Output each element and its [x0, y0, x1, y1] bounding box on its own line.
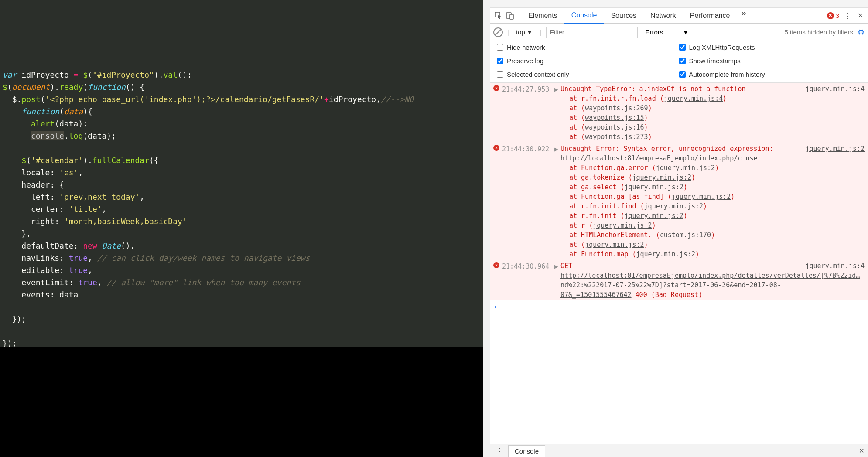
console-log-area[interactable]: ✕21:44:27.953▶Uncaught TypeError: a.inde… — [490, 83, 868, 444]
stack-location-link[interactable]: waypoints.js:16 — [585, 123, 644, 131]
stack-location-link[interactable]: jquery.min.js:2 — [624, 212, 683, 220]
stack-location-link[interactable]: waypoints.js:269 — [585, 104, 648, 112]
stack-location-link[interactable]: waypoints.js:15 — [585, 114, 644, 122]
devtools-tabs: Elements Console Sources Network Perform… — [521, 8, 826, 24]
stack-location-link[interactable]: jquery.min.js:2 — [624, 183, 683, 191]
tab-elements[interactable]: Elements — [521, 8, 564, 24]
error-icon: ✕ — [493, 84, 502, 142]
devtools-toolbar: Elements Console Sources Network Perform… — [490, 8, 868, 24]
opt-preserve-log[interactable]: Preserve log — [497, 57, 679, 65]
console-input[interactable] — [501, 303, 865, 311]
log-url[interactable]: http://localhost:81/empresaEjemplo/index… — [560, 154, 762, 162]
devtools-drawer-footer: ⋮ Console ✕ — [490, 444, 868, 457]
context-label: top — [516, 28, 525, 36]
devtools-addressbar-strip — [490, 0, 868, 8]
filter-input[interactable] — [546, 27, 638, 38]
device-toggle-icon[interactable] — [505, 10, 515, 21]
devtools-close-button[interactable]: ✕ — [856, 11, 865, 20]
devtools-menu-button[interactable]: ⋮ — [844, 11, 852, 20]
stack-location-link[interactable]: jquery.min.js:2 — [593, 222, 652, 229]
drawer-tab-console[interactable]: Console — [508, 445, 545, 457]
log-timestamp: 21:44:27.953 — [502, 84, 554, 142]
level-selector[interactable]: Errors ▼ — [642, 27, 693, 37]
tabs-overflow-button[interactable]: » — [737, 8, 750, 24]
error-icon: ✕ — [827, 12, 834, 19]
log-timestamp: 21:44:30.922 — [502, 144, 554, 259]
expand-icon[interactable]: ▶ — [554, 144, 560, 259]
log-message: GET http://localhost:81/empresaEjemplo/i… — [560, 261, 800, 300]
log-entry[interactable]: ✕21:44:30.922▶Uncaught Error: Syntax err… — [490, 143, 868, 260]
opt-selected-context[interactable]: Selected context only — [497, 71, 679, 78]
stack-location-link[interactable]: jquery.min.js:2 — [672, 193, 731, 201]
hidden-items-msg: 5 items hidden by filters — [784, 28, 853, 36]
log-message: Uncaught TypeError: a.indexOf is not a f… — [560, 84, 800, 94]
log-message: Uncaught Error: Syntax error, unrecogniz… — [560, 144, 800, 163]
error-icon: ✕ — [493, 144, 502, 259]
stack-location-link[interactable]: waypoints.js:273 — [585, 133, 648, 141]
stack-location-link[interactable]: jquery.min.js:2 — [632, 174, 691, 181]
console-prompt[interactable]: › — [490, 300, 868, 314]
svg-rect-2 — [510, 14, 513, 19]
error-count-badge[interactable]: ✕ 3 — [827, 12, 839, 19]
opt-log-xhr[interactable]: Log XMLHttpRequests — [679, 44, 861, 51]
context-selector[interactable]: top ▼ — [513, 27, 536, 37]
log-source-link[interactable]: jquery.min.js:4 — [800, 84, 865, 94]
stack-location-link[interactable]: jquery.min.js:2 — [644, 202, 703, 210]
log-entry[interactable]: ✕21:44:27.953▶Uncaught TypeError: a.inde… — [490, 83, 868, 143]
stack-location-link[interactable]: jquery.min.js:2 — [636, 250, 695, 258]
console-options: Hide network Log XMLHttpRequests Preserv… — [490, 41, 868, 83]
opt-autocomplete[interactable]: Autocomplete from history — [679, 71, 861, 78]
tab-console[interactable]: Console — [564, 8, 604, 24]
editor-bottom-strip — [0, 347, 483, 457]
log-source-link[interactable]: jquery.min.js:4 — [800, 261, 865, 300]
log-timestamp: 21:44:30.964 — [502, 261, 554, 300]
console-filterbar: | top ▼ | Errors ▼ 5 items hidden by fil… — [490, 24, 868, 41]
clear-console-button[interactable] — [493, 27, 503, 37]
error-icon: ✕ — [493, 261, 502, 300]
chevron-down-icon: ▼ — [526, 28, 533, 36]
stack-location-link[interactable]: jquery.min.js:2 — [585, 241, 644, 249]
inspect-icon[interactable] — [493, 10, 504, 21]
stack-location-link[interactable]: custom.js:170 — [660, 231, 711, 239]
drawer-close-button[interactable]: ✕ — [859, 447, 865, 455]
drawer-menu-button[interactable]: ⋮ — [493, 446, 506, 456]
level-label: Errors — [646, 28, 663, 36]
code-editor-pane: var idProyecto = $("#idProyecto").val();… — [0, 0, 483, 457]
tab-performance[interactable]: Performance — [683, 8, 737, 24]
tab-network[interactable]: Network — [643, 8, 683, 24]
error-count: 3 — [836, 12, 839, 19]
stack-location-link[interactable]: jquery.min.js:4 — [664, 95, 723, 102]
gear-icon[interactable]: ⚙ — [858, 27, 865, 37]
stack-location-link[interactable]: jquery.min.js:2 — [656, 164, 715, 172]
expand-icon[interactable]: ▶ — [554, 84, 560, 142]
log-entry[interactable]: ✕21:44:30.964▶GET http://localhost:81/em… — [490, 260, 868, 300]
vertical-splitter[interactable] — [483, 0, 490, 457]
log-source-link[interactable]: jquery.min.js:2 — [800, 144, 865, 163]
prompt-caret-icon: › — [493, 302, 497, 312]
tab-sources[interactable]: Sources — [604, 8, 643, 24]
expand-icon[interactable]: ▶ — [554, 261, 560, 300]
code-area[interactable]: var idProyecto = $("#idProyecto").val();… — [0, 0, 483, 347]
chevron-down-icon: ▼ — [682, 28, 689, 36]
opt-show-timestamps[interactable]: Show timestamps — [679, 57, 861, 65]
devtools-pane: Elements Console Sources Network Perform… — [490, 0, 868, 457]
opt-hide-network[interactable]: Hide network — [497, 44, 679, 51]
